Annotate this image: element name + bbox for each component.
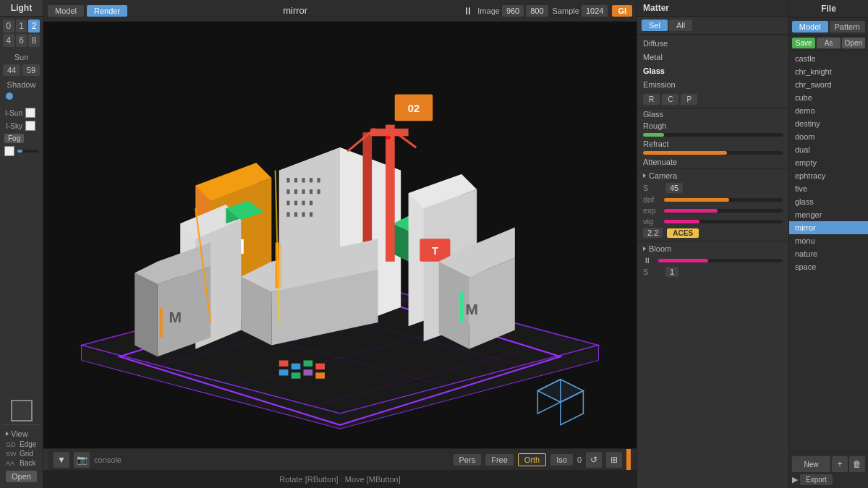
sun-val-2[interactable]: 59 <box>22 64 40 76</box>
num-6[interactable]: 6 <box>16 34 27 47</box>
file-item-dual[interactable]: dual <box>789 143 868 156</box>
file-item-chr-knight[interactable]: chr_knight <box>789 65 868 78</box>
diffuse-type[interactable]: Diffuse <box>643 38 783 49</box>
file-item-space[interactable]: space <box>789 260 868 273</box>
open-file-button[interactable]: Open <box>842 38 865 48</box>
svg-rect-73 <box>304 360 313 366</box>
fog-slider[interactable] <box>17 150 38 153</box>
render-area: H 02 T <box>43 22 637 448</box>
file-item-doom[interactable]: doom <box>789 130 868 143</box>
file-item-glass[interactable]: glass <box>789 195 868 208</box>
triangle-down-button[interactable]: ▼ <box>54 452 69 468</box>
status-text: Rotate [RButton] : Move [MButton] <box>279 475 401 484</box>
pers-button[interactable]: Pers <box>454 454 482 466</box>
delete-button[interactable]: 🗑 <box>849 456 865 472</box>
model-tab[interactable]: Model <box>792 21 828 33</box>
cam-s-value[interactable]: 45 <box>665 183 683 193</box>
exp-label: exp <box>643 206 661 215</box>
export-button[interactable]: Export <box>800 474 833 485</box>
matter-title: Matter <box>643 3 669 13</box>
fog-button[interactable]: Fog <box>4 134 24 143</box>
model-pattern-row: Model Pattern <box>789 18 868 36</box>
sun-label: Sun <box>0 50 43 63</box>
file-item-destiny[interactable]: destiny <box>789 117 868 130</box>
num-1[interactable]: 1 <box>16 20 27 33</box>
file-item-five[interactable]: five <box>789 182 868 195</box>
image-height[interactable]: 800 <box>526 5 548 17</box>
num-4[interactable]: 4 <box>3 34 14 47</box>
emission-type[interactable]: Emission <box>643 79 783 90</box>
dof-slider[interactable] <box>664 198 783 202</box>
console-label: console <box>94 455 122 464</box>
aces-button[interactable]: ACES <box>667 228 699 238</box>
rough-label: Rough <box>637 120 788 132</box>
metal-type[interactable]: Metal <box>643 51 783 63</box>
save-button[interactable]: Save <box>792 38 815 48</box>
exp-slider[interactable] <box>664 209 783 213</box>
pattern-tab[interactable]: Pattern <box>830 21 866 33</box>
aces-value[interactable]: 2.2 <box>643 228 663 238</box>
file-item-mirror[interactable]: mirror <box>789 221 868 234</box>
scene-title: mirror <box>130 5 460 16</box>
sample-value[interactable]: 1024 <box>582 5 608 17</box>
render-button[interactable]: Render <box>87 5 127 17</box>
file-item-demo[interactable]: demo <box>789 104 868 117</box>
refract-slider[interactable] <box>643 151 783 155</box>
file-item-chr-sword[interactable]: chr_sword <box>789 78 868 91</box>
file-panel: File Model Pattern Save As Open castle c… <box>788 0 868 488</box>
grid-button[interactable]: ⊞ <box>606 452 622 468</box>
file-item-nature[interactable]: nature <box>789 247 868 260</box>
i-sky-color <box>25 121 35 131</box>
glass-type[interactable]: Glass <box>643 65 783 77</box>
num-2[interactable]: 2 <box>28 20 40 33</box>
file-item-castle[interactable]: castle <box>789 52 868 65</box>
vig-slider[interactable] <box>664 220 783 223</box>
gi-button[interactable]: GI <box>612 5 632 17</box>
reset-button[interactable]: ↺ <box>586 452 602 468</box>
svg-rect-86 <box>460 292 463 322</box>
free-button[interactable]: Free <box>485 454 514 466</box>
all-button[interactable]: All <box>669 20 692 31</box>
file-item-empty[interactable]: empty <box>789 156 868 169</box>
svg-rect-44 <box>370 129 409 137</box>
city-scene-svg: H 02 T <box>43 22 637 448</box>
view-triangle <box>6 432 9 436</box>
c-button[interactable]: C <box>662 94 678 105</box>
bloom-pause[interactable]: ⏸ <box>643 256 651 265</box>
num-0[interactable]: 0 <box>3 20 14 33</box>
file-item-cube[interactable]: cube <box>789 91 868 104</box>
svg-rect-19 <box>286 189 289 194</box>
p-button[interactable]: P <box>681 94 697 105</box>
file-item-menger[interactable]: menger <box>789 208 868 221</box>
file-item-ephtracy[interactable]: ephtracy <box>789 169 868 182</box>
sun-val-1[interactable]: 44 <box>3 64 20 76</box>
orth-button[interactable]: Orth <box>518 453 546 466</box>
bottom-right: Pers Free Orth Iso 0 ↺ ⊞ <box>454 452 622 468</box>
sun-values: 44 59 <box>0 63 43 77</box>
back-label: Back <box>20 459 35 467</box>
as-button[interactable]: As <box>817 38 840 48</box>
view-section: View GD Edge SW Grid AA Back <box>3 424 40 468</box>
sel-button[interactable]: Sel <box>642 20 668 31</box>
bloom-s-row: ⏸ <box>643 256 783 265</box>
iso-button[interactable]: Iso <box>550 454 573 466</box>
r-button[interactable]: R <box>643 94 660 105</box>
svg-text:M: M <box>465 301 478 317</box>
num-8[interactable]: 8 <box>28 34 40 47</box>
image-width[interactable]: 960 <box>502 5 524 17</box>
rough-slider[interactable] <box>643 133 783 137</box>
camera-button[interactable]: 📷 <box>74 452 90 468</box>
new-button[interactable]: New <box>792 456 830 472</box>
i-sky-label: I-Sky <box>4 122 22 130</box>
file-item-monu[interactable]: monu <box>789 234 868 247</box>
open-button[interactable]: Open <box>6 471 37 482</box>
svg-rect-87 <box>160 307 163 338</box>
iso-value: 0 <box>577 455 582 464</box>
s2-value[interactable]: 1 <box>665 267 678 277</box>
left-bottom: View GD Edge SW Grid AA Back Open <box>0 158 43 488</box>
pause-icon[interactable]: ⏸ <box>463 5 473 17</box>
vig-row: vig <box>643 217 783 226</box>
model-button[interactable]: Model <box>48 5 84 17</box>
view-label: View <box>11 429 28 438</box>
add-button[interactable]: + <box>832 456 848 472</box>
